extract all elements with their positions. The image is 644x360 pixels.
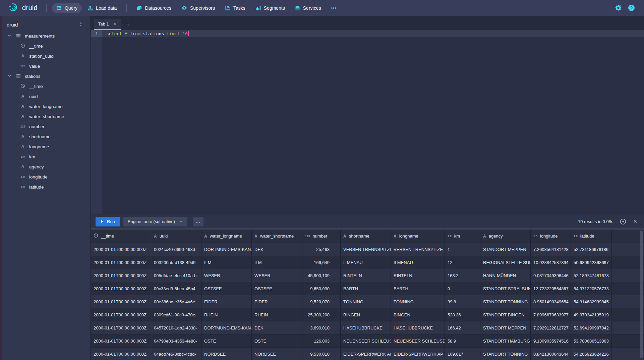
- tree-column-water_shortname[interactable]: Awater_shortname: [0, 111, 91, 121]
- cell-longitude[interactable]: 8.8421300643644: [531, 348, 571, 360]
- cell-latitude[interactable]: 49.970342135919: [571, 308, 612, 321]
- cell-longname[interactable]: RINTELN: [391, 269, 445, 282]
- close-results-icon[interactable]: ✕: [633, 218, 637, 224]
- tree-table-measurements[interactable]: measurements: [0, 31, 91, 41]
- cell-longname[interactable]: BINGEN: [391, 308, 445, 321]
- cell-latitude[interactable]: 54.265923624216: [571, 348, 612, 360]
- engine-select[interactable]: Engine: auto (sql-native): [123, 217, 187, 226]
- cell-longname[interactable]: HASEHUBBRÜCKE: [391, 321, 445, 334]
- cell-water_shortname[interactable]: NORDSEE: [252, 348, 302, 360]
- cell-latitude[interactable]: 52.694190997842: [571, 321, 612, 334]
- tree-column-agency[interactable]: Aagency: [0, 162, 91, 172]
- tree-column-longname[interactable]: Alongname: [0, 142, 91, 152]
- druid-brand[interactable]: druid: [5, 3, 41, 13]
- cell-longitude[interactable]: 8.9501490349654: [531, 295, 571, 308]
- cell-water_shortname[interactable]: WESER: [252, 269, 302, 282]
- cell-shortname[interactable]: ILMENAU: [341, 256, 391, 269]
- cell-shortname[interactable]: BARTH: [341, 282, 391, 295]
- column-header-latitude[interactable]: 1.0latitude: [571, 229, 612, 243]
- cell-longname[interactable]: VERSEN TRENNSPITZE: [391, 243, 445, 256]
- tab-close-icon[interactable]: ✕: [113, 21, 117, 27]
- cell-longname[interactable]: TÖNNING: [391, 295, 445, 308]
- tree-column-latitude[interactable]: 1.0latitude: [0, 182, 91, 192]
- settings-gear-icon[interactable]: [615, 5, 622, 11]
- cell-time[interactable]: 2000-01-01T00:00:00.000Z: [91, 295, 151, 308]
- cell-time[interactable]: 2000-01-01T00:00:00.000Z: [91, 256, 151, 269]
- cell-longitude[interactable]: 7.2608564181428: [531, 243, 571, 256]
- cell-agency[interactable]: STANDORT TÖNNING: [480, 295, 531, 308]
- cell-longname[interactable]: NEUENSEER SCHLEUSE: [391, 335, 445, 347]
- cell-uuid[interactable]: 005dfdae-efcc-410a-b: [151, 269, 201, 282]
- cell-latitude[interactable]: 50.680942368697: [571, 256, 612, 269]
- cell-agency[interactable]: HANN-MÜNDEN: [480, 269, 531, 282]
- cell-water_longname[interactable]: OSTE: [201, 335, 252, 347]
- cell-number[interactable]: 166,640: [302, 256, 341, 269]
- tree-column-__time[interactable]: __time: [0, 81, 91, 91]
- cell-agency[interactable]: STANDORT TÖNNING: [480, 348, 531, 360]
- cell-uuid[interactable]: 00c33ed9-6bea-45b4-: [151, 282, 201, 295]
- results-vertical-scrollbar[interactable]: [640, 230, 643, 358]
- cell-water_shortname[interactable]: OSTSEE: [252, 282, 302, 295]
- cell-time[interactable]: 2000-01-01T00:00:00.000Z: [91, 348, 151, 360]
- tree-column-km[interactable]: 1.0km: [0, 152, 91, 162]
- cell-time[interactable]: 2000-01-01T00:00:00.000Z: [91, 282, 151, 295]
- cell-shortname[interactable]: EIDER-SPERRWERK AP: [341, 348, 391, 360]
- download-results-icon[interactable]: [620, 218, 626, 225]
- cell-number[interactable]: 9,530,010: [302, 348, 341, 360]
- column-header-water_longname[interactable]: Awater_longname: [201, 229, 252, 243]
- cell-longitude[interactable]: 9.0817049396446: [531, 269, 571, 282]
- cell-uuid[interactable]: 04790e03-4353-4e80-: [151, 335, 201, 347]
- cell-agency[interactable]: STANDORT MEPPEN: [480, 243, 531, 256]
- cell-water_shortname[interactable]: DEK: [252, 321, 302, 334]
- cell-km[interactable]: 163.2: [445, 269, 480, 282]
- cell-longitude[interactable]: 12.723220564867: [531, 282, 571, 295]
- nav-item-load-data[interactable]: Load data: [83, 3, 121, 13]
- cell-uuid[interactable]: 0024cc40-d690-468d-: [151, 243, 201, 256]
- cell-water_longname[interactable]: OSTSEE: [201, 282, 252, 295]
- cell-latitude[interactable]: 52.731186976186: [571, 243, 612, 256]
- cell-agency[interactable]: STANDORT BINGEN: [480, 308, 531, 321]
- cell-longitude[interactable]: 7.2929122812727: [531, 321, 571, 334]
- tree-column-value[interactable]: 123value: [0, 61, 91, 71]
- cell-time[interactable]: 2000-01-01T00:00:00.000Z: [91, 335, 151, 347]
- cell-water_shortname[interactable]: ILM: [252, 256, 302, 269]
- chevron-down-icon[interactable]: [7, 74, 12, 79]
- sql-statement[interactable]: select * from stations limit 10: [106, 30, 189, 37]
- cell-water_longname[interactable]: ILM: [201, 256, 252, 269]
- cell-shortname[interactable]: VERSEN TRENNSPITZE: [341, 243, 391, 256]
- cell-time[interactable]: 2000-01-01T00:00:00.000Z: [91, 308, 151, 321]
- cell-water_longname[interactable]: DORTMUND-EMS-KANAL: [201, 321, 252, 334]
- tree-column-uuid[interactable]: Auuid: [0, 91, 91, 101]
- cell-shortname[interactable]: BINGEN: [341, 308, 391, 321]
- cell-uuid[interactable]: 04572010-1db2-4338-: [151, 321, 201, 334]
- cell-km[interactable]: 528.36: [445, 308, 480, 321]
- cell-water_longname[interactable]: RHEIN: [201, 308, 252, 321]
- cell-longname[interactable]: BARTH: [391, 282, 445, 295]
- add-tab-button[interactable]: +: [126, 20, 130, 28]
- cell-uuid[interactable]: 0309cd61-90c9-470e-: [151, 308, 201, 321]
- cell-agency[interactable]: STANDORT HAMBURG: [480, 335, 531, 347]
- cell-uuid[interactable]: 04acd7e5-3cbc-4cdd-: [151, 348, 201, 360]
- cell-longitude[interactable]: 9.1309035974516: [531, 335, 571, 347]
- cell-number[interactable]: 9,520,070: [302, 295, 341, 308]
- column-header-uuid[interactable]: Auuid: [151, 229, 201, 243]
- cell-longitude[interactable]: 7.8996679633977: [531, 308, 571, 321]
- column-header-water_shortname[interactable]: Awater_shortname: [252, 229, 302, 243]
- cell-water_longname[interactable]: NORDSEE: [201, 348, 252, 360]
- column-header-time[interactable]: __time: [91, 229, 151, 243]
- cell-water_shortname[interactable]: RHEIN: [252, 308, 302, 321]
- cell-number[interactable]: 126,003: [302, 335, 341, 347]
- help-icon[interactable]: ?: [628, 5, 635, 11]
- cell-longitude[interactable]: 10.928842587394: [531, 256, 571, 269]
- nav-item-datasources[interactable]: Datasources: [132, 3, 176, 13]
- tree-column-number[interactable]: 123number: [0, 121, 91, 132]
- cell-water_longname[interactable]: DORTMUND-EMS-KANAL: [201, 243, 252, 256]
- tab-query-1[interactable]: Tab 1 ✕: [94, 19, 121, 30]
- sql-editor[interactable]: 1 select * from stations limit 10: [91, 30, 644, 214]
- cell-shortname[interactable]: RINTELN: [341, 269, 391, 282]
- cell-latitude[interactable]: 52.189747481678: [571, 269, 612, 282]
- cell-time[interactable]: 2000-01-01T00:00:00.000Z: [91, 321, 151, 334]
- column-header-km[interactable]: 1.0km: [445, 229, 480, 243]
- cell-shortname[interactable]: TÖNNING: [341, 295, 391, 308]
- cell-time[interactable]: 2000-01-01T00:00:00.000Z: [91, 243, 151, 256]
